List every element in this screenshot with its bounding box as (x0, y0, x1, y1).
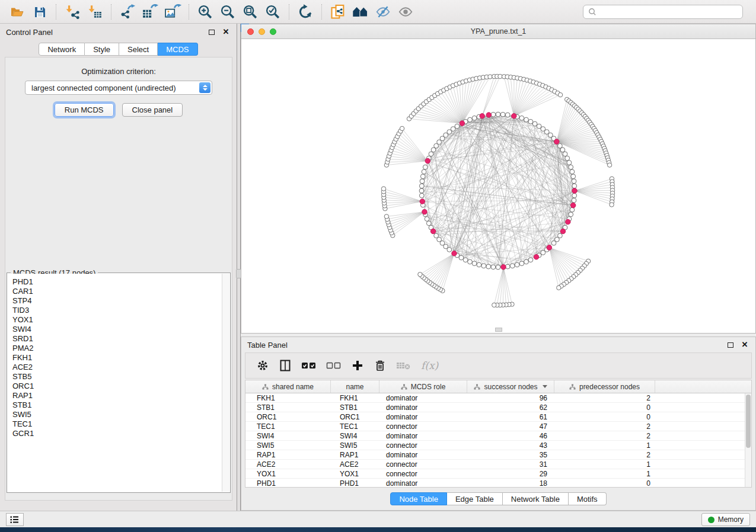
tab-node-table[interactable]: Node Table (390, 492, 447, 505)
mcds-node-item[interactable]: YOX1 (12, 315, 222, 325)
column-header-shared-name[interactable]: shared name (245, 380, 331, 393)
table-cell[interactable]: 1 (554, 460, 655, 469)
table-row[interactable]: PHD1PHD1dominator180 (245, 479, 751, 488)
table-cell[interactable]: RAP1 (245, 450, 331, 459)
table-row[interactable]: ACE2ACE2connector311 (245, 460, 751, 469)
mcds-node-item[interactable]: RAP1 (12, 391, 222, 400)
table-cell[interactable]: 62 (467, 403, 554, 412)
tab-network-table[interactable]: Network Table (503, 492, 569, 505)
tab-style[interactable]: Style (85, 43, 119, 56)
memory-button[interactable]: Memory (701, 513, 750, 526)
task-history-button[interactable] (6, 513, 24, 526)
mcds-node-item[interactable]: PMA2 (12, 344, 222, 353)
column-header-MCDS-role[interactable]: MCDS role (379, 380, 467, 393)
table-cell[interactable]: 2 (554, 431, 655, 440)
table-row[interactable]: YOX1YOX1connector291 (245, 469, 751, 479)
table-cell[interactable]: dominator (379, 450, 467, 459)
table-scrollbar[interactable] (745, 393, 751, 487)
save-session-icon[interactable] (30, 3, 50, 21)
zoom-fit-icon[interactable] (240, 3, 260, 21)
mcds-node-item[interactable]: ORC1 (12, 382, 222, 391)
table-cell[interactable]: SWI4 (245, 431, 331, 440)
table-cell[interactable]: dominator (379, 393, 467, 402)
mcds-node-item[interactable]: CAR1 (12, 287, 222, 296)
column-header-successor-nodes[interactable]: successor nodes (467, 380, 554, 393)
table-cell[interactable]: TEC1 (331, 422, 379, 431)
zoom-selected-icon[interactable] (263, 3, 283, 21)
table-cell[interactable]: dominator (379, 431, 467, 440)
open-file-icon[interactable] (7, 3, 27, 21)
table-cell[interactable]: STB1 (245, 403, 331, 412)
mcds-node-item[interactable]: STB1 (12, 400, 222, 410)
run-mcds-button[interactable]: Run MCDS (55, 103, 114, 117)
table-cell[interactable]: 35 (467, 450, 554, 459)
mcds-node-item[interactable]: TID3 (12, 306, 222, 315)
network-window-titlebar[interactable]: YPA_prune.txt_1 (241, 24, 755, 39)
table-cell[interactable]: connector (379, 469, 467, 478)
first-neighbors-icon[interactable] (350, 3, 371, 21)
table-cell[interactable]: 0 (554, 403, 655, 412)
network-graph[interactable] (241, 39, 755, 333)
table-scrollbar-thumb[interactable] (746, 395, 751, 448)
table-cell[interactable]: ORC1 (245, 412, 331, 421)
table-cell[interactable]: connector (379, 441, 467, 450)
mcds-node-item[interactable]: STP4 (12, 296, 222, 306)
table-row[interactable]: FKH1FKH1dominator962 (245, 393, 751, 403)
table-cell[interactable]: SWI5 (245, 441, 331, 450)
table-row[interactable]: RAP1RAP1dominator352 (245, 450, 751, 460)
import-network-icon[interactable] (62, 3, 82, 21)
table-row[interactable]: SWI5SWI5connector431 (245, 441, 751, 450)
zoom-in-icon[interactable] (195, 3, 215, 21)
mcds-result-list[interactable]: PHD1CAR1STP4TID3YOX1SWI4SRD1PMA2FKH1ACE2… (8, 274, 222, 492)
table-body[interactable]: FKH1FKH1dominator962STB1STB1dominator620… (245, 393, 751, 488)
apply-layout-icon[interactable] (295, 3, 315, 21)
mcds-node-item[interactable]: SWI5 (12, 410, 222, 419)
tab-network[interactable]: Network (39, 43, 85, 56)
table-cell[interactable]: 43 (467, 441, 554, 450)
table-cell[interactable]: SWI4 (331, 431, 379, 440)
show-all-icon[interactable] (395, 3, 416, 21)
table-row[interactable]: SWI4SWI4dominator462 (245, 431, 751, 441)
table-cell[interactable]: 61 (467, 412, 554, 421)
mcds-node-item[interactable]: ACE2 (12, 363, 222, 372)
close-panel-icon[interactable]: ✕ (740, 340, 749, 350)
mcds-node-item[interactable]: SRD1 (12, 334, 222, 344)
mcds-node-item[interactable]: PHD1 (12, 277, 222, 287)
table-cell[interactable]: PHD1 (245, 479, 331, 488)
export-network-icon[interactable] (117, 3, 138, 21)
mcds-node-item[interactable]: TEC1 (12, 419, 222, 429)
table-cell[interactable]: 1 (554, 441, 655, 450)
show-columns-icon[interactable] (279, 359, 292, 372)
table-cell[interactable]: ORC1 (331, 412, 379, 421)
tab-select[interactable]: Select (119, 43, 158, 56)
horizontal-splitter-handle[interactable] (495, 328, 502, 332)
table-cell[interactable]: 1 (554, 469, 655, 478)
table-cell[interactable]: 2 (554, 393, 655, 402)
table-row[interactable]: TEC1TEC1connector472 (245, 422, 751, 431)
search-field[interactable] (597, 6, 742, 18)
table-row[interactable]: ORC1ORC1dominator610 (245, 412, 751, 422)
table-cell[interactable]: SWI5 (331, 441, 379, 450)
mcds-node-item[interactable]: SWI4 (12, 325, 222, 334)
import-table-icon[interactable] (85, 3, 105, 21)
close-panel-button[interactable]: Close panel (122, 103, 183, 117)
float-panel-icon[interactable] (207, 27, 216, 37)
table-cell[interactable]: PHD1 (331, 479, 379, 488)
table-cell[interactable]: YOX1 (331, 469, 379, 478)
table-cell[interactable]: 2 (554, 450, 655, 459)
add-column-icon[interactable] (351, 359, 364, 372)
column-header-predecessor-nodes[interactable]: predecessor nodes (554, 380, 655, 393)
table-row[interactable]: STB1STB1dominator620 (245, 403, 751, 412)
export-image-icon[interactable] (162, 3, 183, 21)
table-cell[interactable]: 96 (467, 393, 554, 402)
export-table-icon[interactable] (140, 3, 160, 21)
table-cell[interactable]: 18 (467, 479, 554, 488)
table-cell[interactable]: 0 (554, 412, 655, 421)
table-cell[interactable]: connector (379, 460, 467, 469)
table-cell[interactable]: YOX1 (245, 469, 331, 478)
table-cell[interactable]: 46 (467, 431, 554, 440)
float-panel-icon[interactable] (726, 340, 735, 350)
hide-selected-icon[interactable] (373, 3, 393, 21)
table-cell[interactable]: RAP1 (331, 450, 379, 459)
mcds-list-scrollbar[interactable] (222, 274, 229, 492)
